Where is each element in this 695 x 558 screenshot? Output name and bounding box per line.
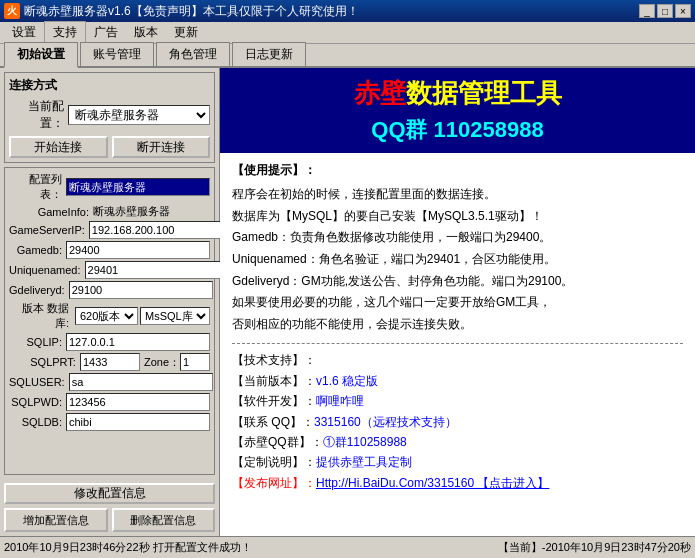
sqlip-row: SQLIP: bbox=[9, 333, 210, 351]
minimize-button[interactable]: _ bbox=[639, 4, 655, 18]
current-config-label: 当前配置： bbox=[9, 98, 64, 132]
tip-line4: Uniquenamed：角色名验证，端口为29401，合区功能使用。 bbox=[232, 249, 683, 271]
current-config-row: 当前配置： 断魂赤壁服务器 bbox=[9, 98, 210, 132]
title-bar: 火 断魂赤壁服务器v1.6【免责声明】本工具仅限于个人研究使用！ _ □ × bbox=[0, 0, 695, 22]
sqldb-label: SQLDB: bbox=[9, 416, 62, 428]
sqluser-label: SQLUSER: bbox=[9, 376, 65, 388]
close-button[interactable]: × bbox=[675, 4, 691, 18]
main-content: 连接方式 当前配置： 断魂赤壁服务器 开始连接 断开连接 配置列表： GameI… bbox=[0, 68, 695, 536]
gamedb-input[interactable] bbox=[66, 241, 210, 259]
sqldb-input[interactable] bbox=[66, 413, 210, 431]
tab-account-management[interactable]: 账号管理 bbox=[80, 42, 154, 66]
modify-config-button[interactable]: 修改配置信息 bbox=[4, 483, 215, 504]
menu-ads[interactable]: 广告 bbox=[86, 22, 126, 43]
uniquenamed-input[interactable] bbox=[85, 261, 229, 279]
gamedb-row: Gamedb: bbox=[9, 241, 210, 259]
website-link[interactable]: Http://Hi.BaiDu.Com/3315160 【点击进入】 bbox=[316, 476, 549, 490]
title-bar-text: 断魂赤壁服务器v1.6【免责声明】本工具仅限于个人研究使用！ bbox=[24, 3, 639, 20]
header-title-yellow: 数据管理工具 bbox=[406, 78, 562, 108]
tab-role-management[interactable]: 角色管理 bbox=[156, 42, 230, 66]
sqlpwd-input[interactable] bbox=[66, 393, 210, 411]
gdeliveryd-input[interactable] bbox=[69, 281, 213, 299]
gameinfo-value: 断魂赤壁服务器 bbox=[93, 204, 210, 219]
tab-bar: 初始设置 账号管理 角色管理 日志更新 bbox=[0, 44, 695, 68]
sqlprt-input[interactable] bbox=[80, 353, 140, 371]
sqlpwd-row: SQLPWD: bbox=[9, 393, 210, 411]
connection-buttons: 开始连接 断开连接 bbox=[9, 136, 210, 158]
tech-title: 【技术支持】： bbox=[232, 350, 683, 370]
tip-content: 程序会在初始的时候，连接配置里面的数据连接。 数据库为【MySQL】的要自己安装… bbox=[232, 184, 683, 335]
tech-row-3: 【赤壁QQ群】：①群110258988 bbox=[232, 432, 683, 452]
right-content: 【使用提示】： 程序会在初始的时候，连接配置里面的数据连接。 数据库为【MySQ… bbox=[220, 153, 695, 536]
right-panel: 赤壁数据管理工具 QQ群 110258988 【使用提示】： 程序会在初始的时候… bbox=[220, 68, 695, 536]
sqluser-row: SQLUSER: bbox=[9, 373, 210, 391]
config-list-input[interactable] bbox=[66, 178, 210, 196]
tech-section: 【技术支持】： 【当前版本】：v1.6 稳定版 【软件开发】：啊哩咋哩 【联系 … bbox=[232, 350, 683, 493]
current-config-select[interactable]: 断魂赤壁服务器 bbox=[68, 105, 210, 125]
add-delete-row: 增加配置信息 删除配置信息 bbox=[4, 508, 215, 532]
menu-version[interactable]: 版本 bbox=[126, 22, 166, 43]
gamedb-label: Gamedb: bbox=[9, 244, 62, 256]
status-left: 2010年10月9日23时46分22秒 打开配置文件成功！ bbox=[4, 540, 252, 555]
restore-button[interactable]: □ bbox=[657, 4, 673, 18]
tip-line6: 如果要使用必要的功能，这几个端口一定要开放给GM工具， bbox=[232, 292, 683, 314]
status-bar: 2010年10月9日23时46分22秒 打开配置文件成功！ 【当前】-2010年… bbox=[0, 536, 695, 558]
gameinfo-row: GameInfo: 断魂赤壁服务器 bbox=[9, 204, 210, 219]
sqlip-input[interactable] bbox=[66, 333, 210, 351]
sqluser-input[interactable] bbox=[69, 373, 213, 391]
tech-row-5: 【发布网址】：Http://Hi.BaiDu.Com/3315160 【点击进入… bbox=[232, 473, 683, 493]
right-header-qq: QQ群 110258988 bbox=[232, 115, 683, 145]
title-bar-buttons: _ □ × bbox=[639, 4, 691, 18]
tip-line3: Gamedb：负责角色数据修改功能使用，一般端口为29400。 bbox=[232, 227, 683, 249]
connect-button[interactable]: 开始连接 bbox=[9, 136, 108, 158]
menu-settings[interactable]: 设置 bbox=[4, 22, 44, 43]
right-header-title: 赤壁数据管理工具 bbox=[232, 76, 683, 111]
delete-config-button[interactable]: 删除配置信息 bbox=[112, 508, 216, 532]
status-right: 【当前】-2010年10月9日23时47分20秒 bbox=[498, 540, 691, 555]
app-icon: 火 bbox=[4, 3, 20, 19]
sqlip-label: SQLIP: bbox=[9, 336, 62, 348]
tip-line7: 否则相应的功能不能使用，会提示连接失败。 bbox=[232, 314, 683, 336]
header-title-red: 赤壁 bbox=[354, 78, 406, 108]
tip-line1: 程序会在初始的时候，连接配置里面的数据连接。 bbox=[232, 184, 683, 206]
gameserverip-input[interactable] bbox=[89, 221, 233, 239]
tip-line5: Gdeliveryd：GM功能,发送公告、封停角色功能。端口为29100。 bbox=[232, 271, 683, 293]
add-config-button[interactable]: 增加配置信息 bbox=[4, 508, 108, 532]
gameserverip-row: GameServerIP: bbox=[9, 221, 210, 239]
sqldb-row: SQLDB: bbox=[9, 413, 210, 431]
info-section: 配置列表： GameInfo: 断魂赤壁服务器 GameServerIP: Ga… bbox=[4, 167, 215, 475]
gameinfo-label: GameInfo: bbox=[9, 206, 89, 218]
gdeliveryd-label: Gdeliveryd: bbox=[9, 284, 65, 296]
tab-initial-settings[interactable]: 初始设置 bbox=[4, 42, 78, 68]
connection-section-title: 连接方式 bbox=[9, 77, 210, 94]
sqlpwd-label: SQLPWD: bbox=[9, 396, 62, 408]
tip-line2: 数据库为【MySQL】的要自己安装【MySQL3.5.1驱动】！ bbox=[232, 206, 683, 228]
menu-support[interactable]: 支持 bbox=[44, 21, 86, 44]
divider bbox=[232, 343, 683, 344]
zone-label: Zone： bbox=[144, 355, 180, 370]
sqlprt-label: SQLPRT: bbox=[9, 356, 76, 368]
sqlprt-row: SQLPRT: Zone： bbox=[9, 353, 210, 371]
tech-row-1: 【软件开发】：啊哩咋哩 bbox=[232, 391, 683, 411]
tech-row-2: 【联系 QQ】：3315160（远程技术支持） bbox=[232, 412, 683, 432]
left-panel: 连接方式 当前配置： 断魂赤壁服务器 开始连接 断开连接 配置列表： GameI… bbox=[0, 68, 220, 536]
db-type-select[interactable]: MsSQL库 bbox=[140, 307, 210, 325]
tech-row-4: 【定制说明】：提供赤壁工具定制 bbox=[232, 452, 683, 472]
menu-update[interactable]: 更新 bbox=[166, 22, 206, 43]
tech-row-0: 【当前版本】：v1.6 稳定版 bbox=[232, 371, 683, 391]
disconnect-button[interactable]: 断开连接 bbox=[112, 136, 211, 158]
version-select[interactable]: 620版本 bbox=[75, 307, 138, 325]
gameserverip-label: GameServerIP: bbox=[9, 224, 85, 236]
uniquenamed-row: Uniquenamed: bbox=[9, 261, 210, 279]
config-list-label: 配置列表： bbox=[9, 172, 62, 202]
connection-section: 连接方式 当前配置： 断魂赤壁服务器 开始连接 断开连接 bbox=[4, 72, 215, 163]
right-header: 赤壁数据管理工具 QQ群 110258988 bbox=[220, 68, 695, 153]
version-db-row: 版本 数据库: 620版本 MsSQL库 bbox=[9, 301, 210, 331]
gdeliveryd-row: Gdeliveryd: bbox=[9, 281, 210, 299]
tab-log-update[interactable]: 日志更新 bbox=[232, 42, 306, 66]
uniquenamed-label: Uniquenamed: bbox=[9, 264, 81, 276]
version-label: 版本 数据库: bbox=[9, 301, 69, 331]
zone-input[interactable] bbox=[180, 353, 210, 371]
menu-bar: 设置 支持 广告 版本 更新 bbox=[0, 22, 695, 44]
action-buttons: 修改配置信息 增加配置信息 删除配置信息 bbox=[4, 483, 215, 532]
